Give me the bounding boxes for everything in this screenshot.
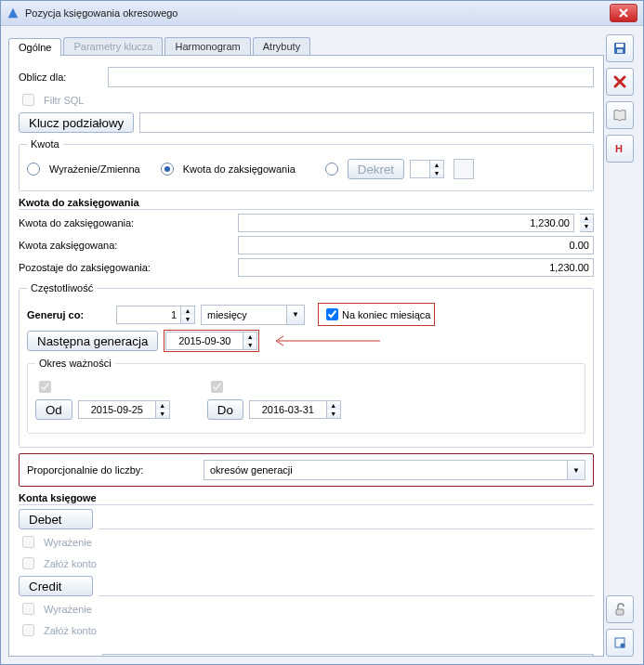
- frequency-legend: Częstotliwość: [27, 282, 97, 293]
- kwota-group: Kwota Wyrażenie/Zmienna Kwota do zaksięg…: [19, 138, 594, 191]
- svg-rect-6: [616, 609, 624, 615]
- next-gen-date-spinner[interactable]: ▲▼: [165, 332, 257, 350]
- credit-zaloz-label: Załóż konto: [44, 625, 97, 636]
- validity-from-checkbox: [39, 381, 51, 393]
- radio-expression-label: Wyrażenie/Zmienna: [49, 163, 140, 175]
- credit-input[interactable]: [99, 577, 594, 596]
- credit-button[interactable]: Credit: [19, 576, 93, 596]
- filter-sql-checkbox: [22, 94, 34, 106]
- generate-every-spinner[interactable]: ▲▼: [116, 306, 195, 324]
- frequency-group: Częstotliwość Generuj co: ▲▼ miesięcy ▼: [19, 282, 594, 448]
- radio-kwota-label: Kwota do zaksięgowania: [183, 163, 296, 175]
- delete-icon: [612, 74, 627, 89]
- chevron-down-icon[interactable]: ▼: [286, 306, 304, 324]
- to-spin-up[interactable]: ▲: [327, 401, 340, 410]
- dekret-spin-up: ▲: [430, 161, 443, 169]
- lock-button[interactable]: [606, 595, 634, 623]
- opis-input[interactable]: [102, 654, 594, 657]
- history-icon: H: [612, 141, 627, 156]
- amount-spin-up[interactable]: ▲: [580, 215, 593, 223]
- edit-icon: [612, 635, 627, 650]
- debet-button[interactable]: Debet: [19, 509, 93, 529]
- validity-from-input[interactable]: [78, 400, 156, 419]
- proportional-label: Proporcjonalnie do liczby:: [27, 464, 194, 476]
- from-spin-up[interactable]: ▲: [156, 401, 169, 410]
- from-spin-down[interactable]: ▼: [156, 410, 169, 418]
- next-gen-spin-down[interactable]: ▼: [243, 341, 256, 349]
- validity-from-button[interactable]: Od: [35, 399, 72, 420]
- tab-params[interactable]: Parametry klucza: [63, 37, 163, 55]
- remain-label: Pozostaje do zaksięgowania:: [19, 262, 232, 273]
- callout-arrow: [270, 334, 382, 347]
- debet-zaloz-label: Załóż konto: [44, 558, 97, 569]
- end-of-month-highlight: Na koniec miesiąca: [318, 303, 435, 326]
- close-icon: [619, 8, 628, 18]
- generate-every-label: Generuj co:: [27, 309, 111, 320]
- dekret-spin-down: ▼: [430, 169, 443, 177]
- dialog-window: Pozycja księgowania okresowego Ogólne Pa…: [0, 0, 644, 665]
- amount-label: Kwota do zaksięgowania:: [19, 217, 232, 228]
- svg-rect-3: [616, 44, 624, 47]
- proportional-value: okresów generacji: [204, 464, 567, 476]
- window-close-button[interactable]: [610, 4, 637, 22]
- amount-input[interactable]: [238, 214, 574, 232]
- dekret-button: Dekret: [348, 159, 404, 179]
- filter-sql-label: Filtr SQL: [44, 95, 84, 106]
- edit-button[interactable]: [606, 629, 634, 657]
- klucz-podzialowy-input[interactable]: [139, 112, 594, 133]
- titlebar: Pozycja księgowania okresowego: [1, 1, 643, 26]
- window-title: Pozycja księgowania okresowego: [25, 7, 610, 19]
- lock-open-icon: [612, 602, 627, 617]
- proportional-select[interactable]: okresów generacji ▼: [204, 460, 585, 480]
- radio-dekret[interactable]: [325, 163, 338, 176]
- end-of-month-label: Na koniec miesiąca: [342, 309, 430, 320]
- booked-input: [238, 236, 594, 254]
- tabstrip: Ogólne Parametry klucza Harmonogram Atry…: [8, 33, 604, 56]
- validity-to-spinner[interactable]: ▲▼: [249, 400, 341, 419]
- tab-attrs[interactable]: Atrybuty: [253, 37, 310, 55]
- frequency-unit-value: miesięcy: [202, 309, 286, 320]
- calc-for-input[interactable]: [108, 67, 594, 87]
- svg-rect-4: [617, 49, 623, 53]
- remain-input: [238, 258, 594, 277]
- side-toolbar: H: [604, 33, 636, 657]
- svg-text:H: H: [615, 143, 623, 154]
- validity-group: Okres ważności Od ▲▼: [27, 358, 585, 434]
- delete-button[interactable]: [606, 68, 634, 96]
- book-button[interactable]: [606, 101, 634, 129]
- radio-expression[interactable]: [27, 163, 40, 176]
- book-icon: [612, 108, 627, 123]
- validity-legend: Okres ważności: [35, 358, 115, 369]
- chevron-down-icon[interactable]: ▼: [567, 461, 585, 479]
- svg-marker-0: [8, 8, 19, 19]
- gen-spin-down[interactable]: ▼: [181, 315, 194, 323]
- validity-to-button[interactable]: Do: [207, 399, 243, 420]
- next-gen-date-input[interactable]: [165, 332, 243, 350]
- debet-input[interactable]: [99, 510, 594, 529]
- app-icon: [7, 7, 20, 20]
- calc-for-label: Oblicz dla:: [19, 72, 102, 83]
- amount-spin-down[interactable]: ▼: [580, 223, 593, 231]
- frequency-unit-select[interactable]: miesięcy ▼: [201, 305, 305, 325]
- save-button[interactable]: [606, 34, 634, 62]
- history-button[interactable]: H: [606, 135, 634, 163]
- credit-zaloz-checkbox: [22, 624, 34, 636]
- to-spin-down[interactable]: ▼: [327, 410, 340, 418]
- validity-from-spinner[interactable]: ▲▼: [78, 400, 170, 419]
- generate-every-input[interactable]: [116, 306, 181, 324]
- radio-kwota[interactable]: [161, 163, 174, 176]
- gen-spin-up[interactable]: ▲: [181, 306, 194, 315]
- svg-point-8: [621, 644, 625, 648]
- dekret-lookup-icon: [453, 159, 474, 179]
- next-generation-button[interactable]: Następna generacja: [27, 331, 158, 351]
- next-gen-date-highlight: ▲▼: [164, 330, 259, 352]
- amount-section-title: Kwota do zaksięgowania: [19, 197, 594, 210]
- tab-general[interactable]: Ogólne: [8, 38, 61, 56]
- kwota-legend: Kwota: [27, 138, 63, 150]
- next-gen-spin-up[interactable]: ▲: [243, 332, 256, 341]
- tab-pane-general: Oblicz dla: Filtr SQL Klucz podziałowy K…: [8, 56, 604, 657]
- klucz-podzialowy-button[interactable]: Klucz podziałowy: [19, 112, 134, 133]
- validity-to-input[interactable]: [249, 400, 327, 419]
- tab-schedule[interactable]: Harmonogram: [164, 37, 250, 55]
- end-of-month-checkbox[interactable]: [326, 308, 338, 320]
